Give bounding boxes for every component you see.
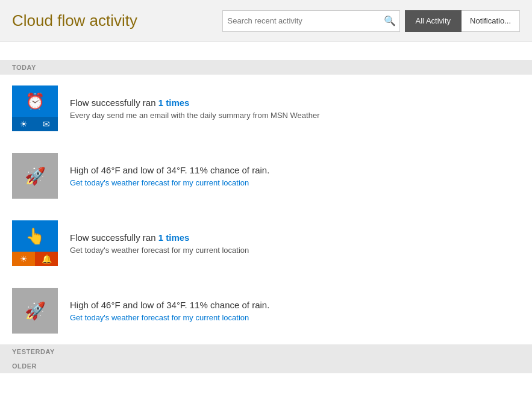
icon-top-3: 👆 <box>12 220 58 252</box>
section-header-yesterday: YESTERDAY <box>0 344 532 359</box>
tab-buttons: All Activity Notificatio... <box>405 10 520 32</box>
header-spacer <box>0 42 532 60</box>
sun-icon-3: ☀ <box>12 252 35 266</box>
activity-content-2: High of 46°F and low of 34°F. 11% chance… <box>70 165 520 187</box>
icon-bottom-1: ☀ ✉ <box>12 117 58 131</box>
icon-top-1: ⏰ <box>12 85 58 117</box>
email-icon-1: ✉ <box>35 117 58 131</box>
sun-icon-1: ☀ <box>12 117 35 131</box>
flow-icon-3: 👆 ☀ 🔔 <box>12 220 58 266</box>
activity-content-4: High of 46°F and low of 34°F. 11% chance… <box>70 300 520 322</box>
activity-title-1: Flow successfully ran 1 times <box>70 98 520 108</box>
activity-title-2: High of 46°F and low of 34°F. 11% chance… <box>70 165 520 175</box>
list-item: 🚀 High of 46°F and low of 34°F. 11% chan… <box>0 277 532 344</box>
tab-all-activity[interactable]: All Activity <box>405 10 462 32</box>
activity-title-3: Flow successfully ran 1 times <box>70 232 520 243</box>
activity-content-3: Flow successfully ran 1 times Get today'… <box>70 232 520 255</box>
activity-subtitle-4: Get today's weather forecast for my curr… <box>70 313 520 322</box>
activity-list: TODAY ⏰ ☀ ✉ Flow successfully ran 1 time… <box>0 60 532 373</box>
activity-title-4: High of 46°F and low of 34°F. 11% chance… <box>70 300 520 310</box>
page-title: Cloud flow activity <box>12 11 137 30</box>
activity-subtitle-3: Get today's weather forecast for my curr… <box>70 246 520 255</box>
bell-icon-3: 🔔 <box>35 252 58 266</box>
clock-icon: ⏰ <box>25 92 45 111</box>
search-button[interactable]: 🔍 <box>380 11 399 31</box>
search-input[interactable] <box>223 11 380 31</box>
tab-notifications[interactable]: Notificatio... <box>462 10 520 32</box>
section-header-older: OLDER <box>0 359 532 373</box>
rocket-icon-2: 🚀 <box>12 288 58 334</box>
icon-bottom-3: ☀ 🔔 <box>12 252 58 266</box>
activity-content-1: Flow successfully ran 1 times Every day … <box>70 98 520 120</box>
section-header-today: TODAY <box>0 60 532 75</box>
list-item: 🚀 High of 46°F and low of 34°F. 11% chan… <box>0 142 532 210</box>
page-header: Cloud flow activity 🔍 All Activity Notif… <box>0 0 532 42</box>
rocket-icon-1: 🚀 <box>12 153 58 199</box>
search-container: 🔍 <box>222 10 400 32</box>
activity-subtitle-1: Every day send me an email with the dail… <box>70 111 520 120</box>
flow-icon-4: 🚀 <box>12 288 58 334</box>
list-item: 👆 ☀ 🔔 Flow successfully ran 1 times Get … <box>0 210 532 277</box>
flow-icon-1: ⏰ ☀ ✉ <box>12 85 58 131</box>
activity-subtitle-2: Get today's weather forecast for my curr… <box>70 178 520 187</box>
flow-icon-2: 🚀 <box>12 153 58 199</box>
touch-icon: 👆 <box>25 227 45 246</box>
list-item: ⏰ ☀ ✉ Flow successfully ran 1 times Ever… <box>0 75 532 142</box>
